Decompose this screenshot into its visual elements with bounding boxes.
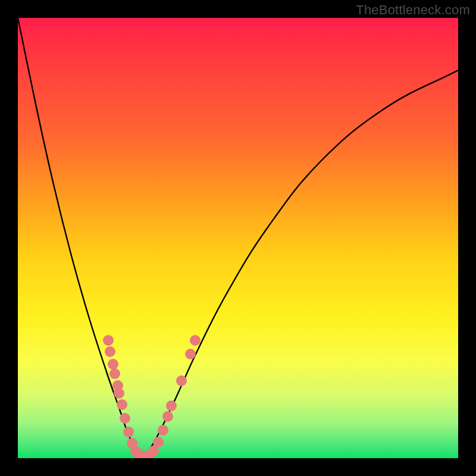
data-dot (123, 427, 134, 437)
curve-svg (18, 18, 458, 458)
attribution-label: TheBottleneck.com (356, 2, 470, 18)
data-dot (190, 335, 201, 346)
data-dot (120, 413, 130, 424)
data-dot (162, 411, 173, 422)
data-dot (103, 335, 114, 346)
data-dot (166, 400, 177, 411)
plot-area (18, 18, 458, 458)
data-dot (117, 399, 127, 410)
data-dot (114, 388, 124, 399)
data-dot (158, 425, 168, 436)
data-dot (109, 368, 120, 379)
bottleneck-curve (18, 18, 458, 457)
data-dot (185, 349, 196, 359)
chart-container: TheBottleneck.com (0, 0, 476, 476)
data-dot (153, 437, 164, 447)
data-dot (105, 346, 115, 357)
data-dot (176, 375, 187, 386)
data-dot (108, 359, 118, 369)
data-dots (103, 335, 201, 458)
